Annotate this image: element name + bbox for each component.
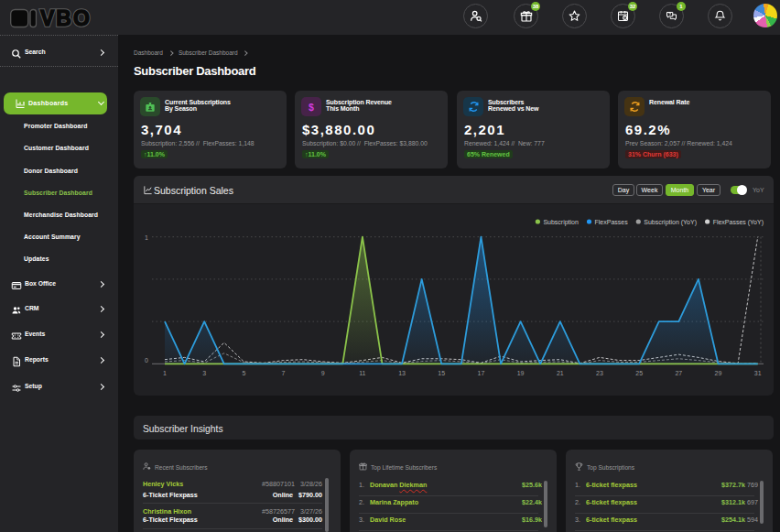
svg-text:3: 3 — [202, 370, 206, 376]
svg-text:7: 7 — [282, 370, 286, 376]
svg-text:27: 27 — [675, 370, 682, 376]
svg-text:19: 19 — [517, 370, 525, 376]
svg-text:Subscription (YoY): Subscription (YoY) — [644, 219, 697, 226]
svg-text:23: 23 — [596, 370, 603, 376]
svg-text:$: $ — [309, 101, 314, 112]
svg-text:21: 21 — [557, 370, 564, 376]
svg-text:0: 0 — [145, 357, 148, 364]
svg-text:15: 15 — [438, 370, 445, 376]
svg-text:FlexPasses: FlexPasses — [595, 219, 629, 225]
svg-text:17: 17 — [478, 370, 485, 376]
svg-text:VBO: VBO — [40, 8, 92, 28]
svg-text:5: 5 — [242, 370, 245, 376]
svg-text:9: 9 — [321, 370, 325, 376]
svg-text:11: 11 — [359, 370, 365, 376]
svg-text:31: 31 — [754, 370, 762, 376]
svg-text:25: 25 — [635, 370, 643, 376]
svg-text:1: 1 — [163, 370, 167, 376]
svg-text:13: 13 — [398, 370, 406, 376]
svg-text:FlexPasses (YoY): FlexPasses (YoY) — [713, 219, 764, 226]
svg-text:29: 29 — [715, 370, 722, 376]
svg-text:1: 1 — [145, 234, 148, 241]
svg-text:Subscription: Subscription — [543, 219, 579, 226]
